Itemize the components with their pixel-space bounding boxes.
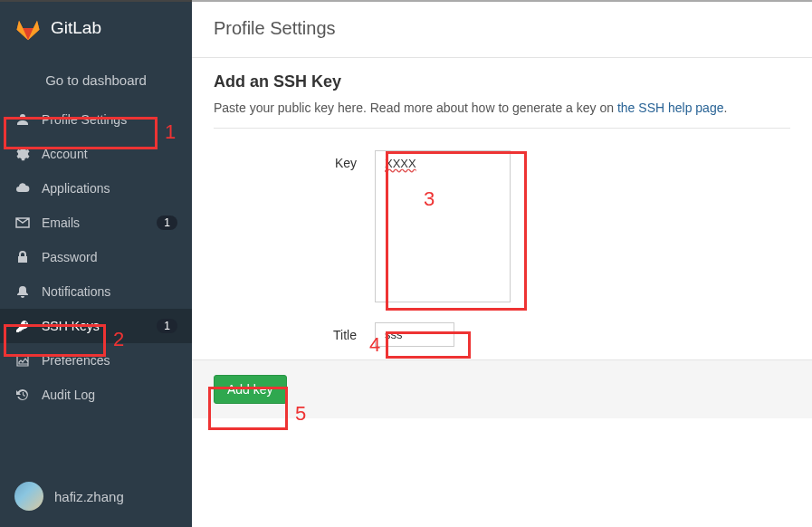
sidebar-item-preferences[interactable]: Preferences: [0, 343, 192, 378]
sidebar-item-label: Applications: [42, 181, 177, 196]
gear-icon: [14, 146, 31, 162]
sidebar-item-audit-log[interactable]: Audit Log: [0, 378, 192, 412]
sidebar-item-emails[interactable]: Emails 1: [0, 206, 192, 240]
key-textarea[interactable]: XXXX: [375, 150, 511, 302]
ssh-help-link[interactable]: the SSH help page: [617, 101, 724, 115]
section-desc-text: Paste your public key here. Read more ab…: [214, 101, 617, 115]
title-input[interactable]: [375, 322, 454, 347]
envelope-icon: [14, 215, 31, 231]
ssh-key-form: Key XXXX Title: [214, 128, 790, 347]
section-heading: Add an SSH Key: [214, 72, 790, 91]
form-row-key: Key XXXX: [214, 150, 790, 302]
sidebar-item-label: Audit Log: [42, 388, 177, 402]
sidebar-item-label: SSH Keys: [42, 319, 157, 333]
go-to-dashboard-link[interactable]: Go to dashboard: [0, 58, 192, 102]
sidebar-badge: 1: [157, 319, 177, 333]
sidebar-item-ssh-keys[interactable]: SSH Keys 1: [0, 309, 192, 343]
history-icon: [14, 387, 31, 403]
section-description: Paste your public key here. Read more ab…: [214, 101, 790, 115]
sidebar-item-notifications[interactable]: Notifications: [0, 274, 192, 309]
current-user[interactable]: hafiz.zhang: [0, 482, 139, 511]
section-desc-text: .: [723, 101, 727, 115]
form-footer: Add key: [192, 359, 812, 418]
sidebar-item-password[interactable]: Password: [0, 240, 192, 274]
brand: GitLab: [0, 2, 192, 58]
add-ssh-key-section: Add an SSH Key Paste your public key her…: [192, 57, 812, 347]
sidebar-item-label: Profile Settings: [42, 112, 177, 127]
page-title: Profile Settings: [192, 2, 812, 57]
sidebar-item-label: Account: [42, 147, 177, 161]
image-icon: [14, 352, 31, 369]
sidebar-item-applications[interactable]: Applications: [0, 171, 192, 206]
sidebar-item-account[interactable]: Account: [0, 137, 192, 171]
gitlab-logo-icon: [14, 14, 42, 42]
user-name: hafiz.zhang: [54, 489, 124, 504]
sidebar-item-label: Notifications: [42, 284, 177, 299]
form-row-title: Title: [214, 322, 790, 347]
key-label: Key: [214, 150, 375, 302]
sidebar-nav: Profile Settings Account Applications Em…: [0, 102, 192, 412]
title-label: Title: [214, 322, 375, 347]
lock-icon: [14, 249, 31, 265]
sidebar-badge: 1: [157, 216, 177, 230]
avatar: [14, 482, 43, 511]
main-content: Profile Settings Add an SSH Key Paste yo…: [192, 0, 812, 527]
sidebar-item-label: Emails: [42, 216, 157, 230]
sidebar-item-label: Preferences: [42, 353, 177, 368]
add-key-button[interactable]: Add key: [214, 375, 287, 404]
sidebar-item-label: Password: [42, 250, 177, 264]
brand-name: GitLab: [51, 18, 101, 38]
sidebar: GitLab Go to dashboard Profile Settings …: [0, 0, 192, 527]
user-icon: [14, 111, 31, 128]
sidebar-item-profile-settings[interactable]: Profile Settings: [0, 102, 192, 137]
cloud-icon: [14, 180, 31, 196]
key-icon: [14, 318, 31, 334]
bell-icon: [14, 283, 31, 300]
